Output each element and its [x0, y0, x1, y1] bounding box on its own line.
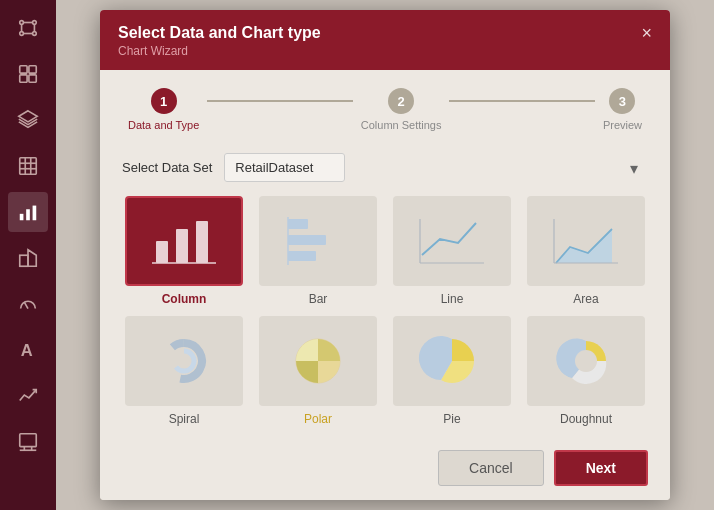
chart-label-line: Line: [441, 292, 464, 306]
svg-point-0: [20, 21, 24, 25]
chart-type-doughnut[interactable]: Doughnut: [524, 316, 648, 426]
svg-rect-35: [288, 251, 316, 261]
step-line-1: [207, 100, 352, 102]
svg-rect-8: [20, 66, 27, 73]
chart-thumb-line: [393, 196, 511, 286]
dialog-content: Select Data Set RetailDataset: [100, 141, 670, 440]
sidebar-item-datasources[interactable]: [8, 54, 48, 94]
chart-wizard-dialog: Select Data and Chart type Chart Wizard …: [100, 10, 670, 500]
svg-text:A: A: [21, 341, 33, 359]
sidebar-item-export[interactable]: [8, 422, 48, 462]
chart-type-column[interactable]: Column: [122, 196, 246, 306]
svg-rect-29: [156, 241, 168, 263]
chart-type-polar[interactable]: Polar: [256, 316, 380, 426]
svg-rect-25: [20, 434, 37, 447]
svg-rect-10: [20, 75, 27, 82]
svg-point-2: [20, 32, 24, 36]
chart-label-area: Area: [573, 292, 598, 306]
cancel-button[interactable]: Cancel: [438, 450, 544, 486]
chart-label-pie: Pie: [443, 412, 460, 426]
chart-type-area[interactable]: Area: [524, 196, 648, 306]
chart-label-bar: Bar: [309, 292, 328, 306]
chart-label-polar: Polar: [304, 412, 332, 426]
dialog-subtitle: Chart Wizard: [118, 44, 321, 58]
chart-thumb-polar: [259, 316, 377, 406]
chart-label-column: Column: [162, 292, 207, 306]
next-button[interactable]: Next: [554, 450, 648, 486]
chart-thumb-doughnut: [527, 316, 645, 406]
chart-type-bar[interactable]: Bar: [256, 196, 380, 306]
sidebar-item-text[interactable]: A: [8, 330, 48, 370]
main-area: Select Data and Chart type Chart Wizard …: [56, 0, 714, 510]
close-button[interactable]: ×: [641, 24, 652, 42]
dataset-row: Select Data Set RetailDataset: [122, 153, 648, 182]
step-1-circle: 1: [151, 88, 177, 114]
chart-label-doughnut: Doughnut: [560, 412, 612, 426]
dialog-footer: Cancel Next: [100, 440, 670, 500]
svg-rect-9: [29, 66, 36, 73]
step-2-label: Column Settings: [361, 119, 442, 131]
step-3-circle: 3: [609, 88, 635, 114]
step-line-2: [449, 100, 594, 102]
step-1-label: Data and Type: [128, 119, 199, 131]
dialog-header: Select Data and Chart type Chart Wizard …: [100, 10, 670, 70]
chart-thumb-bar: [259, 196, 377, 286]
step-1: 1 Data and Type: [128, 88, 199, 131]
svg-line-23: [24, 302, 28, 308]
chart-type-grid: Column Bar: [122, 196, 648, 426]
dataset-select[interactable]: RetailDataset: [224, 153, 345, 182]
dataset-label: Select Data Set: [122, 160, 212, 175]
svg-rect-31: [196, 221, 208, 263]
chart-thumb-spiral: [125, 316, 243, 406]
sidebar-item-trend[interactable]: [8, 376, 48, 416]
chart-thumb-column: [125, 196, 243, 286]
svg-marker-39: [556, 229, 612, 263]
svg-rect-19: [26, 209, 30, 220]
chart-label-spiral: Spiral: [169, 412, 200, 426]
svg-marker-22: [28, 250, 36, 267]
step-3-label: Preview: [603, 119, 642, 131]
step-3: 3 Preview: [603, 88, 642, 131]
svg-rect-30: [176, 229, 188, 263]
svg-rect-33: [288, 219, 308, 229]
svg-rect-20: [33, 206, 37, 221]
svg-point-1: [33, 21, 37, 25]
steps-container: 1 Data and Type 2 Column Settings 3 Prev…: [100, 70, 670, 141]
svg-rect-11: [29, 75, 36, 82]
svg-rect-13: [20, 158, 37, 175]
sidebar-item-layers[interactable]: [8, 100, 48, 140]
sidebar-item-table[interactable]: [8, 146, 48, 186]
sidebar-item-shape[interactable]: [8, 238, 48, 278]
chart-type-pie[interactable]: Pie: [390, 316, 514, 426]
chart-thumb-pie: [393, 316, 511, 406]
dataset-select-wrapper: RetailDataset: [224, 153, 648, 182]
svg-rect-34: [288, 235, 326, 245]
step-2-circle: 2: [388, 88, 414, 114]
dialog-title: Select Data and Chart type: [118, 24, 321, 42]
sidebar-item-chart[interactable]: [8, 192, 48, 232]
sidebar-item-gauge[interactable]: [8, 284, 48, 324]
svg-rect-21: [20, 255, 28, 266]
sidebar: A: [0, 0, 56, 510]
svg-point-43: [575, 350, 597, 372]
chart-type-line[interactable]: Line: [390, 196, 514, 306]
sidebar-item-connections[interactable]: [8, 8, 48, 48]
step-2: 2 Column Settings: [361, 88, 442, 131]
svg-point-3: [33, 32, 37, 36]
chart-thumb-area: [527, 196, 645, 286]
chart-type-spiral[interactable]: Spiral: [122, 316, 246, 426]
svg-rect-18: [20, 214, 24, 220]
